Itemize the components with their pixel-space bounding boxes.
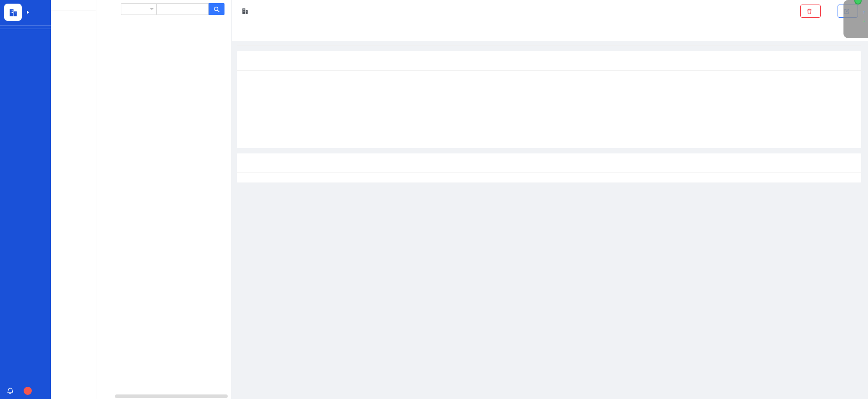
stats-card (237, 45, 861, 46)
arrow-down-icon: ↓ (863, 17, 866, 23)
sidebar-divider (0, 29, 51, 29)
panel-title (51, 0, 96, 10)
sidebar-divider (0, 25, 51, 26)
search-type-select[interactable] (121, 3, 157, 15)
org-expand-caret-icon[interactable] (27, 10, 29, 14)
tenant-analysis-card (237, 51, 861, 148)
tags-chart-section (447, 77, 651, 140)
price-rank-card (237, 153, 861, 182)
project-tree-panel (96, 0, 231, 399)
search-button[interactable] (209, 3, 224, 15)
search-input[interactable] (157, 3, 209, 15)
app-sidebar (0, 0, 51, 399)
chevron-down-icon (150, 8, 154, 10)
logo-building-icon (8, 7, 19, 18)
building-submenu-panel (51, 0, 96, 399)
tags-donut-chart[interactable] (466, 92, 514, 140)
industry-chart-section (243, 77, 447, 140)
search-icon (213, 6, 220, 13)
org-switcher[interactable] (0, 0, 51, 25)
trash-icon (806, 8, 813, 15)
network-speed-widget[interactable]: ↑ ↓ (843, 0, 868, 38)
price-rank-title (237, 153, 861, 173)
bell-icon (6, 387, 14, 395)
tree-horizontal-scrollbar[interactable] (115, 394, 228, 398)
arrow-up-icon: ↑ (863, 9, 866, 15)
analysis-title (237, 51, 861, 71)
net-widget-dot-icon (854, 0, 862, 5)
area-rank-section (651, 77, 855, 140)
industry-donut-chart[interactable] (262, 92, 310, 140)
main-content (232, 0, 868, 399)
title-building-icon (241, 7, 249, 16)
project-header (232, 0, 868, 41)
app-logo (4, 4, 22, 21)
delete-button[interactable] (800, 5, 821, 18)
sidebar-item-notice[interactable] (0, 387, 51, 395)
notice-badge (24, 387, 32, 395)
